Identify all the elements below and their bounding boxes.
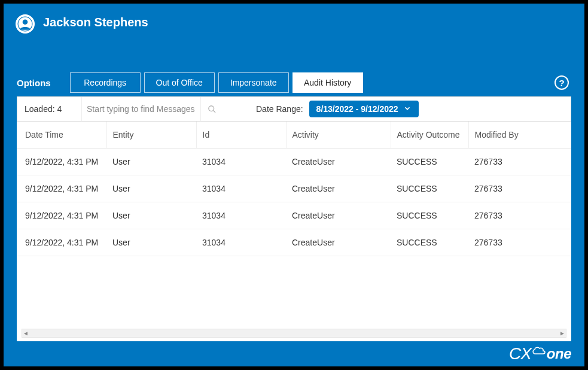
cell-date-time: 9/12/2022, 4:31 PM xyxy=(17,175,106,202)
cell-id: 31034 xyxy=(196,202,286,229)
cell-modified-by: 276733 xyxy=(468,229,571,256)
date-range-value: 8/13/2022 - 9/12/2022 xyxy=(316,104,398,114)
brand-logo: CXone xyxy=(509,344,571,363)
cell-entity: User xyxy=(106,202,196,229)
svg-line-3 xyxy=(213,110,215,113)
app-footer: CXone xyxy=(4,341,584,366)
loaded-count: Loaded: 4 xyxy=(25,104,81,114)
tab-impersonate[interactable]: Impersonate xyxy=(218,72,289,93)
options-label: Options xyxy=(17,78,51,88)
cell-id: 31034 xyxy=(196,229,286,256)
cell-outcome: SUCCESS xyxy=(391,229,468,256)
help-button[interactable]: ? xyxy=(555,75,569,90)
table-row[interactable]: 9/12/2022, 4:31 PMUser31034CreateUserSUC… xyxy=(17,202,571,229)
col-activity[interactable]: Activity xyxy=(286,122,391,148)
cell-activity: CreateUser xyxy=(286,229,391,256)
cell-date-time: 9/12/2022, 4:31 PM xyxy=(17,148,106,175)
cell-activity: CreateUser xyxy=(286,148,391,175)
content-area: Loaded: 4 Date Range: 8/13/2022 - 9/12/2… xyxy=(4,96,584,341)
app-header: Jackson Stephens xyxy=(4,4,584,69)
search-button[interactable] xyxy=(201,97,223,121)
tab-audit-history[interactable]: Audit History xyxy=(293,72,363,93)
date-range-picker[interactable]: 8/13/2022 - 9/12/2022 xyxy=(309,101,419,117)
brand-one: one xyxy=(547,345,571,362)
cell-modified-by: 276733 xyxy=(468,148,571,175)
col-entity[interactable]: Entity xyxy=(106,122,196,148)
cell-modified-by: 276733 xyxy=(468,202,571,229)
tab-out-of-office[interactable]: Out of Office xyxy=(144,72,215,93)
cell-outcome: SUCCESS xyxy=(391,148,468,175)
page-title: Jackson Stephens xyxy=(43,16,148,29)
search-input[interactable] xyxy=(87,104,196,114)
table-row[interactable]: 9/12/2022, 4:31 PMUser31034CreateUserSUC… xyxy=(17,229,571,256)
audit-toolbar: Loaded: 4 Date Range: 8/13/2022 - 9/12/2… xyxy=(17,96,571,122)
loaded-prefix: Loaded: xyxy=(25,104,55,114)
col-id[interactable]: Id xyxy=(196,122,286,148)
cell-id: 31034 xyxy=(196,175,286,202)
avatar[interactable] xyxy=(16,14,35,34)
search-icon xyxy=(208,105,217,114)
search-box xyxy=(81,97,201,121)
cell-id: 31034 xyxy=(196,148,286,175)
audit-table: Date Time Entity Id Activity Activity Ou… xyxy=(17,122,571,256)
cell-date-time: 9/12/2022, 4:31 PM xyxy=(17,202,106,229)
scroll-right-icon: ► xyxy=(559,330,566,336)
table-row[interactable]: 9/12/2022, 4:31 PMUser31034CreateUserSUC… xyxy=(17,175,571,202)
cell-activity: CreateUser xyxy=(286,175,391,202)
table-row[interactable]: 9/12/2022, 4:31 PMUser31034CreateUserSUC… xyxy=(17,148,571,175)
brand-cx: CX xyxy=(509,344,531,363)
cell-activity: CreateUser xyxy=(286,202,391,229)
help-icon: ? xyxy=(559,78,564,88)
cell-entity: User xyxy=(106,148,196,175)
horizontal-scrollbar[interactable]: ◄ ► xyxy=(22,329,566,338)
col-date-time[interactable]: Date Time xyxy=(17,122,106,148)
date-range-label: Date Range: xyxy=(256,104,303,114)
cell-outcome: SUCCESS xyxy=(391,202,468,229)
tab-list: Recordings Out of Office Impersonate Aud… xyxy=(70,72,363,93)
cell-outcome: SUCCESS xyxy=(391,175,468,202)
tab-recordings[interactable]: Recordings xyxy=(70,72,141,93)
scroll-left-icon: ◄ xyxy=(22,330,29,336)
cloud-icon xyxy=(531,342,547,359)
cell-date-time: 9/12/2022, 4:31 PM xyxy=(17,229,106,256)
avatar-icon xyxy=(17,16,33,32)
tab-bar: Options Recordings Out of Office Imperso… xyxy=(4,69,584,96)
col-modified-by[interactable]: Modified By xyxy=(468,122,571,148)
chevron-down-icon xyxy=(403,104,412,114)
audit-table-area: Date Time Entity Id Activity Activity Ou… xyxy=(17,122,571,341)
svg-point-2 xyxy=(208,105,214,111)
cell-modified-by: 276733 xyxy=(468,175,571,202)
svg-point-1 xyxy=(23,19,28,25)
cell-entity: User xyxy=(106,229,196,256)
col-activity-outcome[interactable]: Activity Outcome xyxy=(391,122,468,148)
table-header-row: Date Time Entity Id Activity Activity Ou… xyxy=(17,122,571,148)
cell-entity: User xyxy=(106,175,196,202)
loaded-value: 4 xyxy=(57,104,62,114)
